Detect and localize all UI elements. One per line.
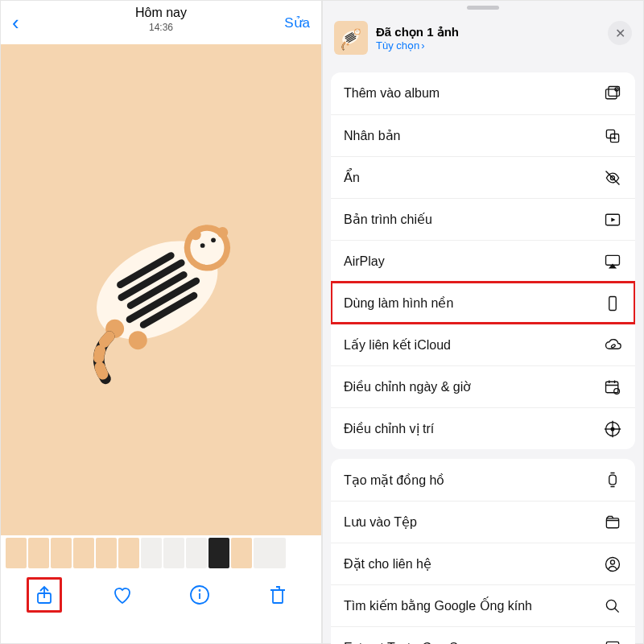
- files-icon: [603, 513, 622, 532]
- action-location[interactable]: Điều chỉnh vị trí: [331, 407, 635, 449]
- title-label: Hôm nay: [1, 6, 321, 20]
- sheet-header: Đã chọn 1 ảnh Tùy chọn› ✕: [323, 10, 643, 63]
- actions-group-1: Thêm vào albumNhân bảnẨnBản trình chiếuA…: [331, 72, 635, 449]
- action-label: Extract Text - CamScanner: [344, 641, 497, 645]
- action-label: AirPlay: [344, 254, 385, 269]
- share-sheet-pane: Đã chọn 1 ảnh Tùy chọn› ✕ Thêm vào album…: [322, 0, 644, 644]
- search-icon: [603, 597, 622, 616]
- action-watchface[interactable]: Tạo mặt đồng hồ: [331, 459, 635, 501]
- time-label: 14:36: [1, 22, 321, 33]
- photos-detail-pane: ‹ Hôm nay 14:36 Sửa: [0, 0, 322, 644]
- action-icloud-link[interactable]: Lấy liên kết iCloud: [331, 324, 635, 365]
- ocr-icon: [603, 638, 622, 645]
- photo-viewer[interactable]: [1, 44, 321, 535]
- action-contact[interactable]: Đặt cho liên hệ: [331, 543, 635, 584]
- action-label: Lấy liên kết iCloud: [344, 337, 451, 353]
- action-label: Điều chỉnh ngày & giờ: [344, 379, 471, 394]
- tiger-image: [72, 175, 250, 406]
- action-label: Nhân bản: [344, 128, 401, 143]
- delete-button[interactable]: [260, 577, 295, 613]
- airplay-icon: [603, 252, 622, 271]
- options-link[interactable]: Tùy chọn›: [376, 39, 459, 52]
- bottom-toolbar: [1, 571, 321, 619]
- action-label: Lưu vào Tệp: [344, 514, 417, 530]
- action-label: Tìm kiếm bằng Google Ống kính: [344, 598, 532, 613]
- action-airplay[interactable]: AirPlay: [331, 240, 635, 282]
- album-add-icon: [603, 84, 622, 103]
- action-wallpaper[interactable]: Dùng làm hình nền: [331, 282, 635, 324]
- back-button[interactable]: ‹: [12, 10, 19, 35]
- top-bar: ‹ Hôm nay 14:36 Sửa: [1, 1, 321, 44]
- action-label: Bản trình chiếu: [344, 212, 432, 227]
- slideshow-icon: [603, 210, 622, 229]
- selected-photo-thumb: [334, 21, 368, 55]
- close-button[interactable]: ✕: [608, 21, 632, 45]
- watchface-icon: [603, 470, 622, 489]
- duplicate-icon: [603, 126, 622, 146]
- action-label: Dùng làm hình nền: [344, 295, 453, 311]
- action-search[interactable]: Tìm kiếm bằng Google Ống kính: [331, 584, 635, 626]
- contact-icon: [603, 555, 622, 574]
- action-ocr[interactable]: Extract Text - CamScanner: [331, 626, 635, 644]
- favorite-button[interactable]: [105, 577, 140, 613]
- selected-count-label: Đã chọn 1 ảnh: [376, 25, 459, 39]
- icloud-link-icon: [603, 336, 622, 355]
- action-slideshow[interactable]: Bản trình chiếu: [331, 198, 635, 240]
- wallpaper-icon: [603, 294, 622, 313]
- edit-button[interactable]: Sửa: [284, 14, 310, 31]
- info-button[interactable]: [182, 577, 217, 613]
- actions-group-2: Tạo mặt đồng hồLưu vào TệpĐặt cho liên h…: [331, 459, 635, 644]
- action-label: Đặt cho liên hệ: [344, 556, 431, 572]
- action-duplicate[interactable]: Nhân bản: [331, 114, 635, 156]
- action-files[interactable]: Lưu vào Tệp: [331, 501, 635, 543]
- share-button[interactable]: [27, 577, 62, 613]
- datetime-icon: [603, 378, 622, 397]
- location-icon: [603, 419, 622, 439]
- action-label: Điều chỉnh vị trí: [344, 421, 434, 436]
- action-label: Thêm vào album: [344, 86, 440, 101]
- action-datetime[interactable]: Điều chỉnh ngày & giờ: [331, 365, 635, 407]
- action-label: Tạo mặt đồng hồ: [344, 473, 444, 488]
- action-album-add[interactable]: Thêm vào album: [331, 72, 635, 114]
- action-hide[interactable]: Ẩn: [331, 156, 635, 198]
- hide-icon: [603, 168, 622, 188]
- action-label: Ẩn: [344, 170, 360, 185]
- thumbnail-strip[interactable]: [1, 535, 321, 571]
